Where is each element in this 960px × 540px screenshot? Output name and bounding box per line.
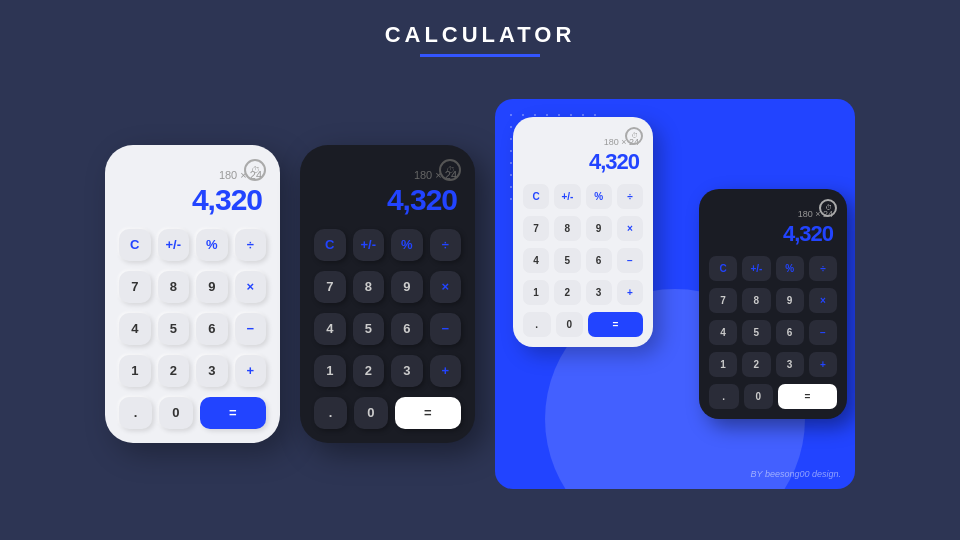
button-grid-row3-light: 4 5 6 − (119, 313, 266, 345)
btn-1-sd[interactable]: 1 (709, 352, 737, 377)
btn-grid-sl-r5: . 0 = (523, 312, 643, 337)
btn-0-light[interactable]: 0 (159, 397, 192, 429)
btn-div-light[interactable]: ÷ (235, 229, 267, 261)
btn-9-light[interactable]: 9 (196, 271, 228, 303)
btn-grid-sl-r2: 7 8 9 × (523, 216, 643, 241)
clock-icon-small-light: ⏱ (625, 127, 643, 145)
btn-1-sl[interactable]: 1 (523, 280, 549, 305)
btn-mul-light[interactable]: × (235, 271, 267, 303)
clock-icon-dark: ⏱ (439, 159, 461, 181)
btn-div-dark[interactable]: ÷ (430, 229, 462, 261)
btn-plusminus-dark[interactable]: +/- (353, 229, 385, 261)
button-grid-row3-dark: 4 5 6 − (314, 313, 461, 345)
btn-grid-sl-r4: 1 2 3 + (523, 280, 643, 305)
btn-pct-light[interactable]: % (196, 229, 228, 261)
btn-5-sd[interactable]: 5 (742, 320, 770, 345)
display-small-dark: 180 × 24 4,320 (709, 201, 837, 249)
btn-5-sl[interactable]: 5 (554, 248, 580, 273)
btn-c-light[interactable]: C (119, 229, 151, 261)
btn-eq-light[interactable]: = (200, 397, 267, 429)
btn-grid-sd-r4: 1 2 3 + (709, 352, 837, 377)
btn-6-sd[interactable]: 6 (776, 320, 804, 345)
btn-sub-light[interactable]: − (235, 313, 267, 345)
result-light: 4,320 (123, 183, 262, 217)
btn-7-light[interactable]: 7 (119, 271, 151, 303)
main-content: ⏱ 180 × 24 4,320 C +/- % ÷ 7 8 9 × 4 5 6… (65, 67, 895, 540)
btn-3-sl[interactable]: 3 (586, 280, 612, 305)
btn-4-light[interactable]: 4 (119, 313, 151, 345)
btn-div-sl[interactable]: ÷ (617, 184, 643, 209)
btn-6-dark[interactable]: 6 (391, 313, 423, 345)
btn-8-sd[interactable]: 8 (742, 288, 770, 313)
result-small-dark: 4,320 (713, 221, 833, 247)
btn-mul-dark[interactable]: × (430, 271, 462, 303)
btn-4-dark[interactable]: 4 (314, 313, 346, 345)
btn-5-dark[interactable]: 5 (353, 313, 385, 345)
btn-c-sl[interactable]: C (523, 184, 549, 209)
btn-pm-sl[interactable]: +/- (554, 184, 580, 209)
btn-4-sd[interactable]: 4 (709, 320, 737, 345)
btn-8-light[interactable]: 8 (158, 271, 190, 303)
btn-3-sd[interactable]: 3 (776, 352, 804, 377)
btn-pm-sd[interactable]: +/- (742, 256, 770, 281)
btn-3-light[interactable]: 3 (196, 355, 228, 387)
btn-6-sl[interactable]: 6 (586, 248, 612, 273)
btn-0-sl[interactable]: 0 (556, 312, 584, 337)
calculator-light: ⏱ 180 × 24 4,320 C +/- % ÷ 7 8 9 × 4 5 6… (105, 145, 280, 443)
btn-mul-sd[interactable]: × (809, 288, 837, 313)
btn-grid-sl-r3: 4 5 6 − (523, 248, 643, 273)
btn-5-light[interactable]: 5 (158, 313, 190, 345)
btn-9-sl[interactable]: 9 (586, 216, 612, 241)
btn-pct-dark[interactable]: % (391, 229, 423, 261)
btn-3-dark[interactable]: 3 (391, 355, 423, 387)
btn-sub-sl[interactable]: − (617, 248, 643, 273)
btn-eq-sl[interactable]: = (588, 312, 643, 337)
calculator-dark: ⏱ 180 × 24 4,320 C +/- % ÷ 7 8 9 × 4 5 6… (300, 145, 475, 443)
btn-add-sl[interactable]: + (617, 280, 643, 305)
btn-dot-light[interactable]: . (119, 397, 152, 429)
expression-small-dark: 180 × 24 (713, 209, 833, 219)
btn-sub-dark[interactable]: − (430, 313, 462, 345)
btn-dot-sd[interactable]: . (709, 384, 739, 409)
btn-1-light[interactable]: 1 (119, 355, 151, 387)
btn-8-sl[interactable]: 8 (554, 216, 580, 241)
panel-blue: ⏱ 180 × 24 4,320 C +/- % ÷ 7 8 9 × 4 5 6 (495, 99, 855, 489)
btn-mul-sl[interactable]: × (617, 216, 643, 241)
btn-7-sl[interactable]: 7 (523, 216, 549, 241)
btn-add-sd[interactable]: + (809, 352, 837, 377)
page-title: CALCULATOR (0, 22, 960, 48)
btn-eq-sd[interactable]: = (778, 384, 837, 409)
btn-eq-dark[interactable]: = (395, 397, 462, 429)
btn-2-light[interactable]: 2 (158, 355, 190, 387)
btn-7-sd[interactable]: 7 (709, 288, 737, 313)
btn-dot-sl[interactable]: . (523, 312, 551, 337)
result-dark: 4,320 (318, 183, 457, 217)
btn-pct-sl[interactable]: % (586, 184, 612, 209)
btn-0-sd[interactable]: 0 (744, 384, 774, 409)
btn-8-dark[interactable]: 8 (353, 271, 385, 303)
btn-4-sl[interactable]: 4 (523, 248, 549, 273)
btn-plusminus-light[interactable]: +/- (158, 229, 190, 261)
btn-c-dark[interactable]: C (314, 229, 346, 261)
btn-0-dark[interactable]: 0 (354, 397, 387, 429)
btn-2-sd[interactable]: 2 (742, 352, 770, 377)
btn-c-sd[interactable]: C (709, 256, 737, 281)
header-underline (420, 54, 540, 57)
btn-2-dark[interactable]: 2 (353, 355, 385, 387)
button-grid-row1-light: C +/- % ÷ (119, 229, 266, 261)
button-grid-row5-dark: . 0 = (314, 397, 461, 429)
btn-2-sl[interactable]: 2 (554, 280, 580, 305)
btn-add-dark[interactable]: + (430, 355, 462, 387)
btn-div-sd[interactable]: ÷ (809, 256, 837, 281)
btn-pct-sd[interactable]: % (776, 256, 804, 281)
btn-9-sd[interactable]: 9 (776, 288, 804, 313)
btn-add-light[interactable]: + (235, 355, 267, 387)
btn-1-dark[interactable]: 1 (314, 355, 346, 387)
btn-6-light[interactable]: 6 (196, 313, 228, 345)
btn-7-dark[interactable]: 7 (314, 271, 346, 303)
btn-9-dark[interactable]: 9 (391, 271, 423, 303)
header: CALCULATOR (0, 0, 960, 67)
btn-dot-dark[interactable]: . (314, 397, 347, 429)
btn-grid-sl-r1: C +/- % ÷ (523, 184, 643, 209)
btn-sub-sd[interactable]: − (809, 320, 837, 345)
